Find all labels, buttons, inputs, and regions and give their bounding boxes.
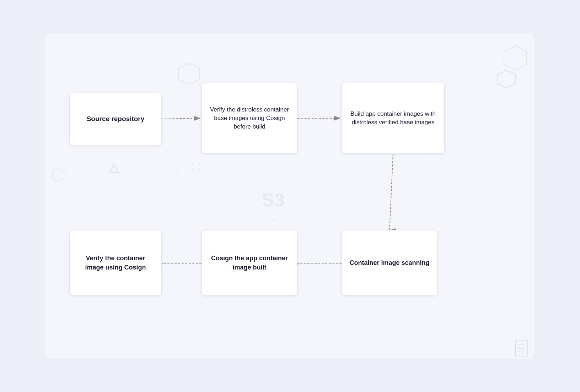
- node-source-repo: Source repository: [69, 93, 162, 145]
- deco-cross-1: × × × × × ×× × × × × ×: [162, 161, 203, 174]
- svg-rect-4: [515, 340, 528, 356]
- svg-marker-8: [504, 45, 527, 70]
- deco-s3: S3: [262, 189, 285, 211]
- outer-background: × × × × × ×× × × × × × S3 × × × ×× × × ×…: [0, 0, 580, 392]
- diagram-container: × × × × × ×× × × × × × S3 × × × ×× × × ×…: [45, 33, 535, 359]
- svg-marker-0: [178, 63, 200, 85]
- svg-marker-3: [110, 164, 118, 172]
- node-verify-distroless: Verify the distroless container base ima…: [202, 83, 297, 154]
- deco-cross-2: × × × ×× × × ×: [258, 211, 285, 223]
- svg-line-12: [162, 118, 200, 119]
- svg-line-14: [390, 154, 393, 230]
- svg-marker-1: [497, 70, 516, 88]
- arrows-svg: [45, 33, 535, 359]
- node-cosign-app: Cosign the app container image built: [202, 230, 297, 296]
- node-verify-cosign: Verify the container image using Cosign: [69, 230, 162, 296]
- deco-cross-3: × × × × × × × × × ×: [223, 321, 293, 327]
- svg-marker-2: [52, 169, 65, 181]
- node-build-app: Build app container images with distrole…: [342, 83, 445, 154]
- node-container-scanning: Container image scanning: [342, 230, 437, 296]
